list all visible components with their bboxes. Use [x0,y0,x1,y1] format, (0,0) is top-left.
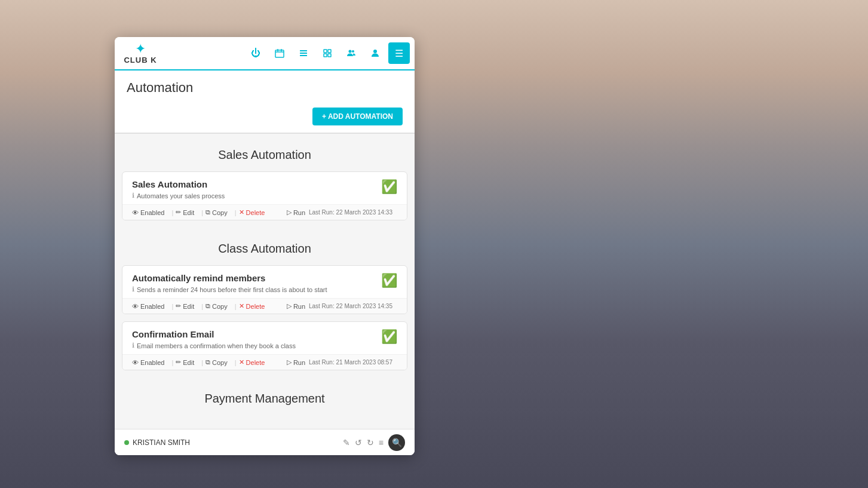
reports-icon-btn[interactable] [317,42,338,64]
delete-icon-3: ✕ [239,358,244,366]
card-info-3: Confirmation Email ℹ Email members a con… [132,329,376,349]
run-btn-3[interactable]: ▷ Run Last Run: 21 March 2023 08:57 [287,358,397,366]
run-icon-2: ▷ [287,302,292,310]
add-automation-button[interactable]: + ADD AUTOMATION [312,108,403,125]
page-title: Automation [115,70,415,100]
card-actions-2: 👁 Enabled | ✏ Edit | ⧉ Copy | ✕ [122,298,407,314]
svg-rect-0 [275,50,284,57]
info-icon-2: ℹ [132,286,134,293]
list-icon-btn[interactable] [293,42,314,64]
card-top-3: Confirmation Email ℹ Email members a con… [122,322,407,354]
confirm-description: Email members a confirmation when they b… [137,342,296,349]
enabled-toggle-2[interactable]: 👁 Enabled [132,303,169,310]
user-name: KRISTIAN SMITH [133,438,190,447]
header-nav: ⏻ [245,42,410,64]
app-header: ✦ CLUB K ⏻ [115,37,415,70]
svg-rect-9 [324,54,327,57]
svg-rect-5 [300,53,307,54]
edit-icon-3: ✏ [176,358,181,366]
delete-btn[interactable]: ✕ Delete [239,208,270,216]
footer-actions: ✎ ↺ ↻ ≡ 🔍 [343,434,405,451]
class-automation-title: Class Automation [115,228,415,265]
svg-rect-7 [324,50,327,53]
edit-label: Edit [183,209,194,216]
page-content: Automation + ADD AUTOMATION Sales Automa… [115,70,415,429]
remind-name: Automatically remind members [132,273,376,283]
edit-btn-2[interactable]: ✏ Edit [176,302,199,310]
logo-icon: ✦ [135,42,146,56]
edit-btn-3[interactable]: ✏ Edit [176,358,199,366]
enabled-label-3: Enabled [140,359,164,366]
copy-btn-2[interactable]: ⧉ Copy [206,302,232,310]
group-icon-btn[interactable] [341,42,362,64]
eye-icon-3: 👁 [132,359,139,366]
person-icon-btn[interactable] [364,42,386,64]
sales-automation-card: Sales Automation ℹ Automates your sales … [122,171,407,220]
copy-btn[interactable]: ⧉ Copy [206,208,232,216]
info-icon: ℹ [132,192,134,200]
svg-rect-10 [328,54,331,57]
last-run-text-2: Last Run: 22 March 2023 14:35 [307,303,392,309]
confirm-desc: ℹ Email members a confirmation when they… [132,342,376,349]
footer-user: KRISTIAN SMITH [124,438,190,447]
enabled-toggle[interactable]: 👁 Enabled [132,209,169,216]
run-btn[interactable]: ▷ Run Last Run: 22 March 2023 14:33 [287,208,397,216]
card-actions-3: 👁 Enabled | ✏ Edit | ⧉ Copy | ✕ [122,354,407,370]
confirm-name: Confirmation Email [132,329,376,339]
search-button[interactable]: 🔍 [388,434,405,451]
menu-icon-btn[interactable]: ☰ [388,42,410,64]
edit-btn[interactable]: ✏ Edit [176,208,199,216]
last-run-text: Last Run: 22 March 2023 14:33 [307,209,392,216]
remind-members-card: Automatically remind members ℹ Sends a r… [122,265,407,314]
run-icon-3: ▷ [287,358,292,366]
footer-undo-icon[interactable]: ↺ [355,438,362,447]
card-info-2: Automatically remind members ℹ Sends a r… [132,273,376,293]
delete-btn-2[interactable]: ✕ Delete [239,302,270,310]
payment-management-section: Payment Management [115,377,415,415]
logo: ✦ CLUB K [119,42,161,65]
card-actions: 👁 Enabled | ✏ Edit | ⧉ Copy | ✕ [122,204,407,220]
delete-icon-2: ✕ [239,302,244,310]
calendar-icon-btn[interactable] [269,42,290,64]
edit-label-2: Edit [183,303,194,310]
svg-rect-6 [300,55,307,56]
svg-rect-4 [300,50,307,51]
add-btn-row: + ADD AUTOMATION [115,100,415,133]
footer-edit-icon[interactable]: ✎ [343,438,350,447]
power-icon-btn[interactable]: ⏻ [245,42,266,64]
app-window: ✦ CLUB K ⏻ [115,37,415,455]
enabled-toggle-3[interactable]: 👁 Enabled [132,359,169,366]
card-top-2: Automatically remind members ℹ Sends a r… [122,266,407,298]
class-automation-section: Class Automation Automatically remind me… [115,228,415,370]
run-label-2: Run [293,303,305,310]
delete-icon: ✕ [239,208,244,216]
footer-redo-icon[interactable]: ↻ [367,438,374,447]
delete-btn-3[interactable]: ✕ Delete [239,358,270,366]
delete-label-3: Delete [246,359,265,366]
card-desc: ℹ Automates your sales process [132,192,376,200]
copy-btn-3[interactable]: ⧉ Copy [206,358,232,366]
run-btn-2[interactable]: ▷ Run Last Run: 22 March 2023 14:35 [287,302,397,310]
sales-automation-section: Sales Automation Sales Automation ℹ Auto… [115,134,415,220]
payment-management-title: Payment Management [115,377,415,415]
run-label: Run [293,209,305,216]
copy-icon: ⧉ [206,208,210,216]
app-footer: KRISTIAN SMITH ✎ ↺ ↻ ≡ 🔍 [115,429,415,455]
eye-icon: 👁 [132,209,139,216]
footer-menu-icon[interactable]: ≡ [379,438,384,447]
edit-label-3: Edit [183,359,194,366]
eye-icon-2: 👁 [132,303,139,310]
delete-label-2: Delete [246,303,265,310]
copy-label-2: Copy [212,303,228,310]
last-run-text-3: Last Run: 21 March 2023 08:57 [307,359,392,366]
enabled-label-2: Enabled [140,303,164,310]
svg-point-13 [373,50,377,53]
logo-text: CLUB K [124,56,157,65]
svg-point-12 [352,50,354,53]
svg-point-11 [349,50,352,53]
edit-icon-2: ✏ [176,302,181,310]
card-info: Sales Automation ℹ Automates your sales … [132,179,376,200]
svg-rect-8 [328,50,331,53]
card-description: Automates your sales process [137,192,225,200]
enabled-label: Enabled [140,209,164,216]
